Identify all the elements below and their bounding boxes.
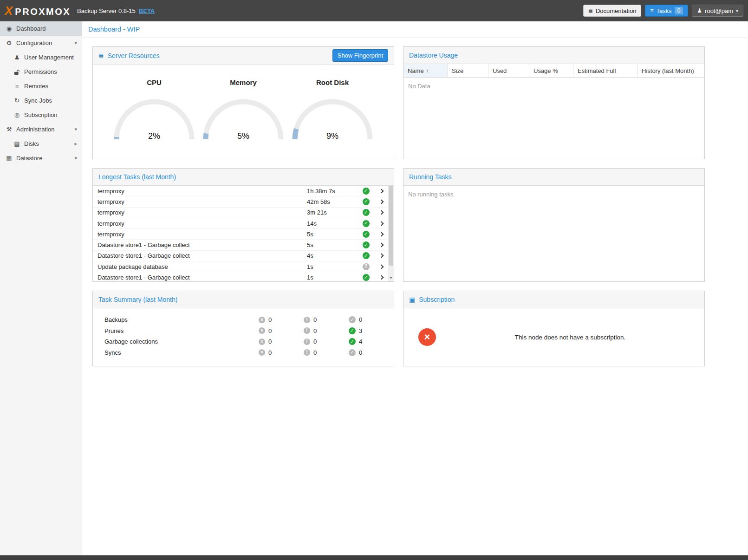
warning-circle-icon: ! (304, 327, 310, 334)
gears-icon: ⚙ (5, 40, 13, 46)
panel-title: Datastore Usage (409, 52, 458, 59)
column-header-usage-pct[interactable]: Usage % (529, 64, 573, 77)
column-header-used[interactable]: Used (488, 64, 529, 77)
ticket-icon: ▣ (409, 296, 415, 303)
datastore-table-header: Name ↑ Size Used Usage % Estimated Full … (403, 64, 704, 78)
no-running-tasks-text: No running tasks (403, 186, 704, 203)
sidebar-item-datastore[interactable]: ▦ Datastore ▾ (0, 151, 82, 165)
status-ok-icon: ✓ (363, 252, 370, 259)
ok-circle-icon: ✓ (349, 327, 356, 334)
summary-row-backups: Backups ×0 !0 ✓0 (93, 314, 394, 326)
column-header-history[interactable]: History (last Month) (637, 64, 704, 77)
error-circle-icon: × (259, 327, 265, 334)
caret-down-icon[interactable]: ▾ (74, 126, 77, 132)
no-subscription-x-icon: × (418, 328, 436, 346)
sidebar-item-configuration[interactable]: ⚙ Configuration ▾ (0, 36, 82, 50)
server-icon: ≡ (13, 83, 21, 89)
user-menu-button[interactable]: ♟ root@pam ▾ (692, 5, 743, 17)
version-text: Backup Server 0.8-15 (77, 7, 136, 14)
person-icon: ♟ (13, 54, 21, 60)
longest-tasks-panel: Longest Tasks (last Month) termproxy 1h … (92, 168, 394, 282)
sidebar-item-dashboard[interactable]: ◉ Dashboard (0, 21, 82, 36)
chevron-right-icon[interactable] (375, 254, 388, 257)
user-icon: ♟ (697, 7, 702, 14)
documentation-button[interactable]: ≣ Documentation (583, 5, 642, 17)
tasks-count-badge: 0 (675, 7, 683, 14)
wrench-icon: ⚒ (5, 126, 13, 132)
chevron-right-icon[interactable] (375, 243, 388, 247)
cpu-gauge: CPU 2% (112, 72, 196, 141)
show-fingerprint-button[interactable]: Show Fingerprint (332, 49, 388, 62)
cpu-percent: 2% (112, 131, 196, 141)
chevron-right-icon[interactable] (375, 265, 388, 268)
sidebar-item-subscription[interactable]: ◎ Subscription (0, 108, 82, 122)
book-icon: ≣ (588, 7, 593, 14)
caret-right-icon[interactable]: ▸ (74, 141, 77, 147)
topbar: X PROXMOX Backup Server 0.8-15 BETA ≣ Do… (0, 0, 748, 21)
error-circle-icon: × (259, 339, 265, 345)
running-tasks-panel: Running Tasks No running tasks (403, 168, 705, 282)
panel-title: Longest Tasks (last Month) (98, 173, 176, 181)
root-disk-percent: 9% (291, 131, 374, 141)
sidebar-item-permissions[interactable]: Permissions (0, 65, 82, 79)
chevron-right-icon[interactable] (375, 276, 388, 279)
task-row[interactable]: Datastore store1 - Garbage collect 4s ✓ (93, 251, 388, 261)
task-row[interactable]: Datastore store1 - Garbage collect 1s ✓ (93, 272, 388, 281)
sidebar-item-administration[interactable]: ⚒ Administration ▾ (0, 122, 82, 137)
unlock-icon (13, 68, 21, 75)
sidebar-item-remotes[interactable]: ≡ Remotes (0, 79, 82, 93)
chevron-down-icon: ▾ (736, 8, 738, 13)
status-ok-icon: ✓ (363, 198, 370, 205)
caret-down-icon[interactable]: ▾ (74, 155, 77, 161)
warning-circle-icon: ! (304, 339, 310, 345)
scroll-down-arrow-icon[interactable]: ▼ (388, 274, 394, 281)
task-summary-panel: Task Summary (last Month) Backups ×0 !0 … (92, 291, 394, 366)
sidebar-item-user-management[interactable]: ♟ User Management (0, 50, 82, 65)
task-row[interactable]: termproxy 14s ✓ (93, 218, 388, 229)
task-row[interactable]: termproxy 1h 38m 7s ✓ (93, 186, 388, 196)
summary-row-prunes: Prunes ×0 !0 ✓3 (93, 326, 394, 337)
sidebar-item-disks[interactable]: ▤ Disks ▸ (0, 137, 82, 151)
status-unknown-icon: ? (363, 263, 370, 270)
warning-circle-icon: ! (304, 349, 310, 356)
tachometer-icon: ◉ (5, 26, 13, 32)
error-circle-icon: × (259, 349, 265, 356)
status-ok-icon: ✓ (363, 274, 370, 281)
chevron-right-icon[interactable] (375, 189, 388, 193)
no-data-text: No Data (403, 78, 704, 95)
subscription-panel: ▣ Subscription × This node does not have… (403, 291, 705, 366)
chevron-right-icon[interactable] (375, 233, 388, 236)
summary-row-garbage-collections: Garbage collections ×0 !0 ✓4 (93, 336, 394, 347)
root-disk-gauge: Root Disk 9% (291, 72, 374, 141)
brand-text: PROXMOX (15, 7, 71, 16)
sidebar-item-sync-jobs[interactable]: ↻ Sync Jobs (0, 93, 82, 108)
scrollbar[interactable]: ▼ (388, 186, 394, 281)
server-resources-panel: ≣ Server Resources Show Fingerprint CPU (92, 46, 394, 159)
proxmox-x-icon: X (5, 5, 13, 17)
status-ok-icon: ✓ (363, 220, 370, 227)
task-row[interactable]: Datastore store1 - Garbage collect 5s ✓ (93, 240, 388, 250)
panel-title: Task Summary (last Month) (98, 296, 177, 303)
column-header-estimated-full[interactable]: Estimated Full (573, 64, 637, 77)
task-row[interactable]: termproxy 42m 58s ✓ (93, 196, 388, 207)
task-row[interactable]: termproxy 5s ✓ (93, 229, 388, 240)
tasks-button[interactable]: ≡ Tasks 0 (645, 5, 688, 17)
task-row[interactable]: Update package database 1s ? (93, 261, 388, 272)
column-header-name[interactable]: Name ↑ (403, 64, 448, 77)
ok-circle-icon: ✓ (349, 338, 356, 345)
datastore-usage-panel: Datastore Usage Name ↑ Size Used Usage %… (403, 46, 705, 159)
scrollbar-thumb[interactable] (389, 186, 393, 266)
beta-link[interactable]: BETA (139, 7, 155, 14)
subscription-message: This node does not have a subscription. (436, 334, 704, 341)
ok-circle-icon: ✓ (349, 349, 356, 356)
chevron-right-icon[interactable] (375, 222, 388, 225)
task-row[interactable]: termproxy 3m 21s ✓ (93, 208, 388, 218)
proxmox-logo: X PROXMOX (5, 5, 71, 17)
column-header-size[interactable]: Size (448, 64, 488, 77)
status-ok-icon: ✓ (363, 241, 370, 248)
resources-icon: ≣ (98, 52, 104, 59)
status-ok-icon: ✓ (363, 188, 370, 195)
caret-down-icon[interactable]: ▾ (74, 40, 77, 46)
chevron-right-icon[interactable] (375, 211, 388, 214)
chevron-right-icon[interactable] (375, 200, 388, 203)
